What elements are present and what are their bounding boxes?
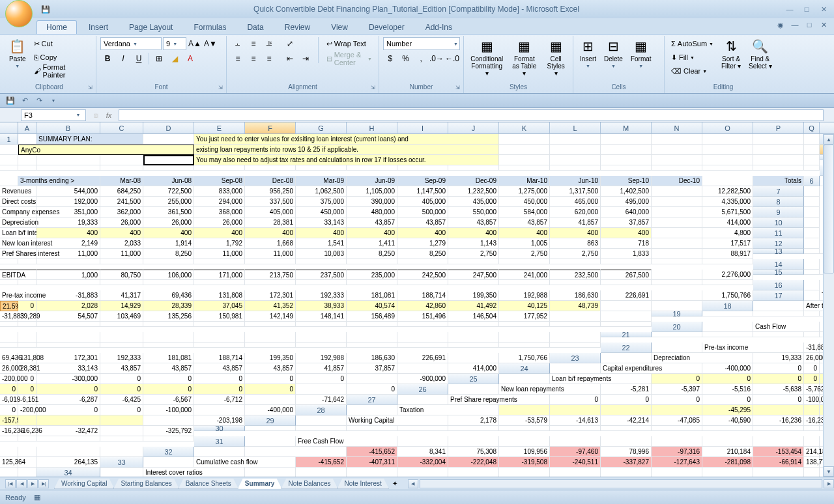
cell[interactable]: -222,048 [448,457,499,468]
cell[interactable]: 255,000 [143,197,194,207]
cell[interactable]: 75,308 [448,447,499,457]
cell[interactable] [550,405,601,415]
cell[interactable] [347,343,397,348]
cell[interactable]: Pref Share repayments [448,395,550,405]
percent-button[interactable]: % [399,52,413,65]
tab-view[interactable]: View [322,21,357,34]
cell[interactable] [753,165,804,171]
cell[interactable]: 0 [753,363,804,374]
cell[interactable] [0,165,18,171]
cell[interactable]: 192,988 [499,290,550,301]
cell[interactable] [245,280,296,285]
header-cell[interactable]: Dec-10 [652,176,702,186]
cell[interactable]: -325,792 [143,426,194,436]
cell[interactable]: -415,652 [296,457,347,468]
redo-icon[interactable]: ↷ [34,96,44,106]
cell[interactable] [499,374,550,384]
cell[interactable]: 80,750 [100,270,143,280]
cell[interactable]: 0 [652,374,702,384]
alignment-launcher[interactable]: ⇲ [369,83,377,91]
cell[interactable] [804,134,820,145]
cell[interactable] [0,343,18,348]
sheet-tab[interactable]: Note Balances [281,479,338,489]
vertical-scrollbar[interactable]: ▲ ▼ [823,134,834,477]
sheet-tab[interactable]: Working Capital [54,479,114,489]
cell[interactable]: 237,500 [296,270,347,280]
sort-filter-button[interactable]: ⇅Sort &Filter ▾ [719,37,743,71]
sheet-nav-next[interactable]: ▶ [27,479,38,488]
cell[interactable]: 450,000 [296,207,347,217]
cell[interactable] [550,134,601,145]
cell[interactable] [601,145,652,155]
cell[interactable] [804,259,820,270]
cell[interactable]: 718 [601,238,652,249]
cell[interactable]: 38,933 [296,301,347,311]
cell[interactable]: 495,000 [601,197,652,207]
cell[interactable] [601,280,652,285]
cell[interactable] [397,280,448,285]
italic-button[interactable]: I [116,52,130,65]
cell[interactable] [397,165,448,171]
cell[interactable]: -16,236 [0,426,18,436]
cut-button[interactable]: ✂Cut [31,37,92,50]
underline-button[interactable]: U [132,52,146,65]
cell[interactable] [652,197,702,207]
cell[interactable]: 400 [601,228,652,238]
cell[interactable]: 148,141 [296,311,347,322]
cell[interactable] [100,280,143,285]
cell[interactable]: 351,000 [36,207,100,217]
cell[interactable] [702,426,753,431]
cell[interactable]: 405,000 [397,197,448,207]
cell[interactable]: 37,857 [601,217,652,228]
cell[interactable] [448,259,499,264]
cell[interactable] [550,322,601,327]
cell[interactable]: Company expenses [0,207,36,217]
header-cell[interactable]: 29 [245,415,296,426]
orientation-button[interactable]: ⤢ [283,37,297,50]
cell[interactable] [245,259,296,264]
cell[interactable]: 400 [100,228,143,238]
tab-data[interactable]: Data [238,21,272,34]
cell[interactable]: -53,579 [499,415,550,426]
cell[interactable]: 400 [36,228,100,238]
cell[interactable]: Pref Shares interest [0,249,36,259]
paste-button[interactable]: 📋 Paste ▼ [7,37,29,70]
cell[interactable] [702,322,753,332]
cell[interactable]: -31,883 [0,311,18,322]
cell[interactable]: 722,500 [143,186,194,197]
cell[interactable]: 361,500 [143,207,194,217]
sheet-tab[interactable]: Summary [238,479,282,489]
cell[interactable]: EBITDA [0,270,36,280]
header-cell[interactable]: O [702,122,753,134]
cell[interactable] [448,343,499,348]
cell[interactable]: 192,333 [296,290,347,301]
increase-indent-button[interactable]: ⇥ [298,52,313,65]
cell[interactable]: 500,000 [397,207,448,217]
cell[interactable]: 0 [804,374,820,384]
cell[interactable] [753,134,804,145]
cell[interactable] [100,447,143,457]
cell[interactable]: 26,000 [194,217,245,228]
cell[interactable]: 1,143 [448,238,499,249]
cell[interactable]: 241,000 [499,270,550,280]
cell[interactable] [18,415,36,426]
header-cell[interactable]: 23 [550,353,601,363]
cell[interactable]: 400 [194,228,245,238]
cell[interactable]: Pre-tax income [0,290,36,301]
cell[interactable]: -127,643 [652,457,702,468]
header-cell[interactable]: M [601,122,652,134]
cell[interactable]: Cash Flow [753,322,820,332]
cell[interactable]: 19,333 [753,353,804,363]
cell[interactable] [550,332,601,343]
cell[interactable]: 465,000 [550,197,601,207]
cell[interactable] [804,270,820,275]
align-right-button[interactable]: ≡ [262,52,276,65]
cell[interactable] [347,280,397,285]
cell[interactable] [550,468,601,477]
cell[interactable]: 26,000 [804,353,820,363]
header-cell[interactable]: 10 [753,217,804,228]
cell[interactable]: 142,149 [245,311,296,322]
cell[interactable]: 0 [0,384,18,395]
cell[interactable] [499,165,550,171]
cell[interactable] [550,311,601,322]
